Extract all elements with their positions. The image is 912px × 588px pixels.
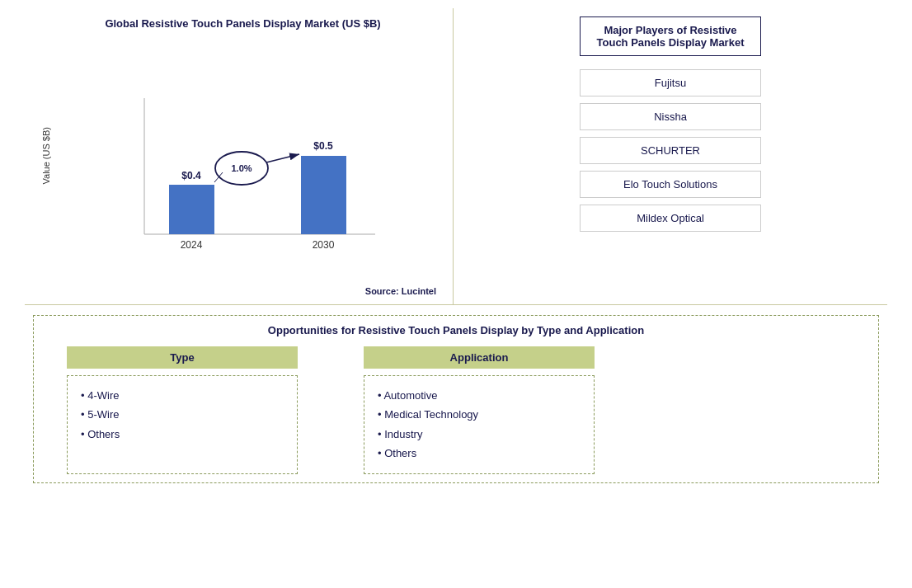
- bar-2030: [301, 156, 346, 234]
- player-nissha: Nissha: [580, 103, 761, 130]
- cagr-label: 1.0%: [231, 163, 252, 173]
- type-item-1: • 4-Wire: [81, 386, 284, 405]
- application-items: • Automotive • Medical Technology • Indu…: [364, 375, 595, 474]
- application-column: Application • Automotive • Medical Techn…: [364, 346, 595, 474]
- player-elo: Elo Touch Solutions: [580, 171, 761, 198]
- application-header: Application: [364, 346, 595, 369]
- type-item-2: • 5-Wire: [81, 405, 284, 424]
- player-fujitsu: Fujitsu: [580, 69, 761, 96]
- cagr-arrow: [266, 154, 299, 162]
- bar-value-2030: $0.5: [313, 140, 333, 152]
- app-item-2: • Medical Technology: [378, 405, 581, 424]
- bottom-section: Opportunities for Resistive Touch Panels…: [25, 305, 887, 580]
- players-title: Major Players of Resistive Touch Panels …: [580, 16, 761, 56]
- players-area: Major Players of Resistive Touch Panels …: [454, 8, 887, 304]
- chart-title: Global Resistive Touch Panels Display Ma…: [105, 16, 380, 31]
- bar-value-2024: $0.4: [181, 170, 201, 181]
- type-header: Type: [67, 346, 298, 369]
- main-container: Global Resistive Touch Panels Display Ma…: [0, 0, 912, 588]
- chart-area: Global Resistive Touch Panels Display Ma…: [25, 8, 454, 304]
- type-items: • 4-Wire • 5-Wire • Others: [67, 375, 298, 474]
- opportunities-box: Opportunities for Resistive Touch Panels…: [33, 315, 879, 483]
- app-item-3: • Industry: [378, 425, 581, 444]
- source-text: Source: Lucintel: [41, 286, 444, 296]
- app-item-4: • Others: [378, 444, 581, 463]
- opp-columns: Type • 4-Wire • 5-Wire • Others Applicat…: [50, 346, 862, 474]
- top-section: Global Resistive Touch Panels Display Ma…: [25, 8, 887, 305]
- player-schurter: SCHURTER: [580, 137, 761, 164]
- bar-chart: $0.4 2024 $0.5 2030 1.0%: [95, 90, 408, 271]
- app-item-1: • Automotive: [378, 386, 581, 405]
- player-mildex: Mildex Optical: [580, 205, 761, 232]
- y-axis-label: Value (US $B): [41, 127, 51, 185]
- bar-2024: [169, 185, 214, 234]
- opportunities-title: Opportunities for Resistive Touch Panels…: [50, 324, 862, 336]
- type-column: Type • 4-Wire • 5-Wire • Others: [67, 346, 298, 474]
- bar-label-2030: 2030: [312, 239, 334, 251]
- bar-label-2024: 2024: [180, 239, 202, 251]
- type-item-3: • Others: [81, 425, 284, 444]
